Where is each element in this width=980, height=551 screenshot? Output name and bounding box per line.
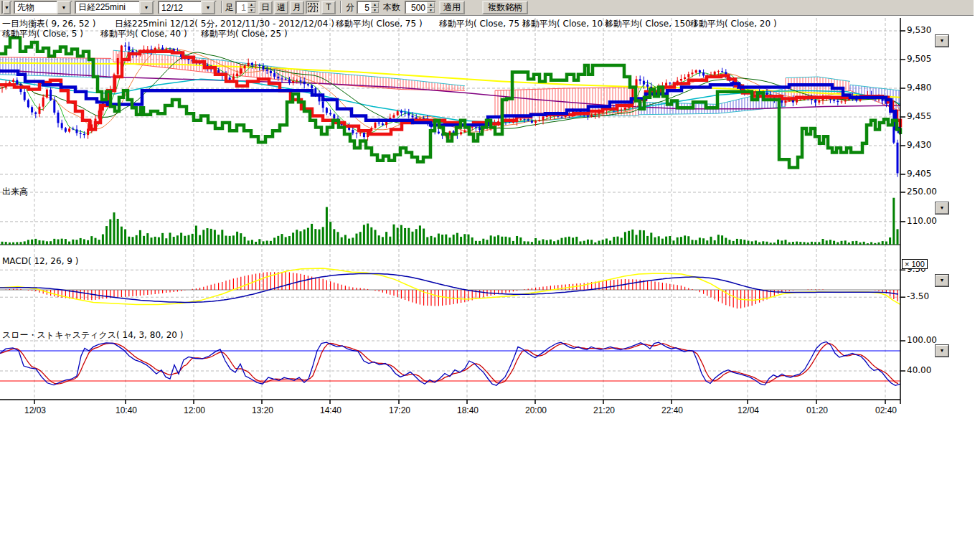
time-tick-label: 21:20 bbox=[593, 405, 615, 415]
spinner-down-icon[interactable]: ▼ bbox=[248, 8, 255, 14]
period-tick-button[interactable]: T bbox=[321, 1, 336, 14]
bar-count-stepper[interactable]: 500 ▲▼ bbox=[405, 1, 436, 14]
indicator-label: 移動平均( Close, 20 ) bbox=[690, 18, 777, 30]
symbol-select[interactable]: 日経225mini ▼ bbox=[75, 1, 155, 14]
minute-value: 5 bbox=[358, 2, 371, 13]
time-tick-label: 17:20 bbox=[389, 405, 410, 415]
pane-menu-button-macd[interactable]: ▼ bbox=[936, 275, 948, 286]
chevron-down-icon[interactable]: ▼ bbox=[201, 1, 215, 14]
indicator-label: スロー・ストキャスティクス( 14, 3, 80, 20 ) bbox=[2, 329, 183, 342]
toolbar-separator bbox=[221, 1, 222, 13]
symbol-select-value: 日経225mini bbox=[76, 1, 139, 14]
indicator-label: 移動平均( Close, 25 ) bbox=[201, 28, 288, 40]
market-select[interactable]: 先物 ▼ bbox=[14, 1, 72, 14]
time-tick-label: 18:40 bbox=[457, 405, 479, 415]
time-tick-label: 12/03 bbox=[24, 405, 46, 415]
time-tick-label: 10:40 bbox=[116, 405, 137, 415]
ichimoku-lines bbox=[0, 38, 900, 168]
time-tick-label: 12/04 bbox=[738, 405, 759, 415]
multi-symbol-button[interactable]: 複数銘柄 bbox=[482, 1, 528, 14]
stoch-tick-label: 40.00 bbox=[907, 365, 931, 375]
stoch-tick-label: 100.00 bbox=[907, 335, 937, 345]
chevron-down-icon[interactable]: ▼ bbox=[57, 1, 71, 14]
price-tick-label: 9,430 bbox=[907, 140, 931, 150]
time-tick-label: 12:00 bbox=[184, 405, 205, 415]
bar-interval-value: 1 bbox=[237, 2, 248, 13]
bar-interval-stepper[interactable]: 1 ▲▼ bbox=[235, 1, 257, 14]
time-tick-label: 22:40 bbox=[661, 405, 683, 415]
chevron-down-icon[interactable]: ▼ bbox=[3, 1, 11, 14]
indicator-label: 出来高 bbox=[2, 186, 28, 198]
period-month-button[interactable]: 月 bbox=[290, 1, 304, 14]
spinner-up-icon[interactable]: ▲ bbox=[427, 2, 435, 8]
app-window: { "toolbar": { "market": "先物", "symbol":… bbox=[0, 0, 980, 551]
stochastics-pane bbox=[0, 342, 900, 385]
indicator-label: 移動平均( Close, 10 ) bbox=[522, 18, 609, 30]
price-tick-label: 9,405 bbox=[907, 169, 931, 179]
bar-type-label: 足 bbox=[225, 1, 234, 14]
time-tick-label: 20:00 bbox=[525, 405, 547, 415]
narrow-combobox[interactable]: ▼ bbox=[1, 1, 12, 14]
indicator-label: MACD( 12, 26, 9 ) bbox=[2, 256, 78, 266]
price-tick-label: 9,480 bbox=[907, 83, 931, 93]
chart-area bbox=[0, 15, 980, 448]
indicator-label: 移動平均( Close, 40 ) bbox=[100, 28, 187, 40]
market-select-value: 先物 bbox=[15, 1, 57, 14]
chevron-down-icon[interactable]: ▼ bbox=[139, 1, 154, 14]
volume-pane bbox=[0, 198, 900, 245]
time-tick-label: 14:40 bbox=[320, 405, 341, 415]
indicator-label: 移動平均( Close, 75 ) bbox=[439, 18, 526, 30]
minute-stepper[interactable]: 5 ▲▼ bbox=[357, 1, 380, 14]
indicator-label: 移動平均( Close, 5 ) bbox=[2, 28, 83, 40]
pane-menu-button-stoch[interactable]: ▼ bbox=[936, 345, 948, 357]
bar-count-value: 500 bbox=[406, 2, 427, 13]
contract-month-select[interactable]: 12/12 ▼ bbox=[158, 1, 217, 14]
spinner-down-icon[interactable]: ▼ bbox=[427, 8, 435, 14]
gridlines bbox=[0, 18, 900, 400]
indicator-label: 移動平均( Close, 75 ) bbox=[336, 18, 423, 30]
ichimoku-cloud bbox=[0, 50, 900, 116]
macd-pane bbox=[0, 268, 900, 309]
price-tick-label: 9,505 bbox=[907, 54, 931, 64]
spinner-up-icon[interactable]: ▲ bbox=[371, 2, 379, 8]
contract-month-value: 12/12 bbox=[159, 3, 201, 13]
indicator-label: 移動平均( Close, 150 ) bbox=[605, 18, 697, 30]
chart-svg[interactable] bbox=[0, 15, 980, 446]
volume-tick-label: 110.00 bbox=[907, 216, 937, 226]
time-tick-label: 02:40 bbox=[875, 405, 897, 415]
period-day-button[interactable]: 日 bbox=[258, 1, 273, 14]
volume-multiplier-badge: × 100 bbox=[902, 259, 928, 269]
price-tick-label: 9,530 bbox=[907, 25, 931, 35]
price-tick-label: 9,455 bbox=[907, 111, 931, 121]
minute-label: 分 bbox=[346, 1, 354, 14]
time-tick-label: 01:20 bbox=[806, 405, 828, 415]
time-tick-label: 13:20 bbox=[252, 405, 273, 415]
toolbar-separator bbox=[340, 1, 341, 13]
macd-tick-label: -3.50 bbox=[907, 291, 929, 301]
apply-button[interactable]: 適用 bbox=[439, 1, 465, 14]
bar-count-label: 本数 bbox=[383, 1, 400, 14]
period-week-button[interactable]: 週 bbox=[274, 1, 288, 14]
period-minute-button[interactable]: 分 bbox=[306, 1, 320, 14]
pane-menu-button-price[interactable]: ▼ bbox=[936, 35, 948, 47]
volume-tick-label: 250.00 bbox=[907, 187, 937, 197]
spinner-down-icon[interactable]: ▼ bbox=[371, 8, 379, 14]
toolbar: ▼ 先物 ▼ 日経225mini ▼ 12/12 ▼ 足 1 ▲▼ 日 週 月 … bbox=[0, 0, 974, 16]
spinner-up-icon[interactable]: ▲ bbox=[248, 2, 255, 8]
pane-menu-button-volume[interactable]: ▼ bbox=[936, 202, 948, 214]
